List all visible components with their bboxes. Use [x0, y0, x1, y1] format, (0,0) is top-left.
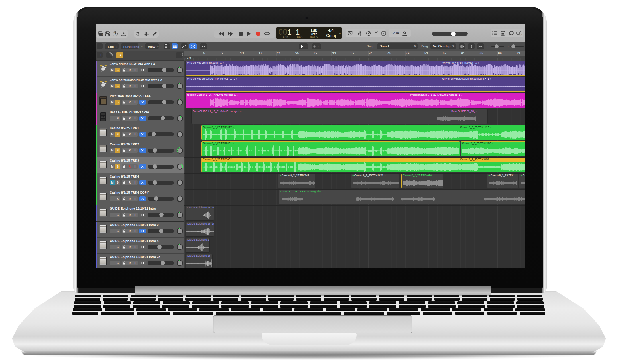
- svg-text:♫: ♫: [520, 33, 522, 36]
- svg-text:♪: ♪: [101, 33, 103, 36]
- svg-text:S: S: [383, 32, 384, 35]
